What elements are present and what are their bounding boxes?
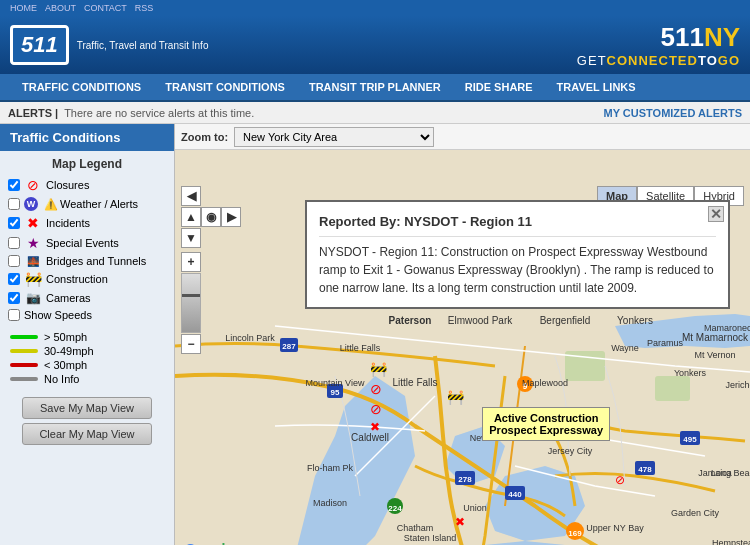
svg-text:Little Falls: Little Falls (392, 377, 437, 388)
legend-closures: ⊘ Closures (0, 175, 174, 195)
speed-row-slow: < 30mph (10, 359, 164, 371)
svg-text:Madison: Madison (313, 498, 347, 508)
bridges-checkbox[interactable] (8, 255, 20, 267)
home-link[interactable]: HOME (10, 3, 37, 13)
legend-construction: 🚧 Construction (0, 269, 174, 289)
svg-text:Wayne: Wayne (611, 343, 639, 353)
pan-up-btn[interactable]: ▲ (181, 207, 201, 227)
logo-area: 511 Traffic, Travel and Transit Info (10, 25, 208, 65)
svg-text:Long Beach: Long Beach (711, 468, 750, 478)
nav-ride-share[interactable]: RIDE SHARE (453, 81, 545, 93)
legend-show-speeds: Show Speeds (0, 307, 174, 323)
svg-text:🚧: 🚧 (370, 361, 388, 378)
brand-511: 511NY (577, 22, 740, 53)
weather-label: Weather / Alerts (60, 198, 138, 210)
svg-text:Chatham: Chatham (397, 523, 434, 533)
incidents-label: Incidents (46, 217, 90, 229)
alerts-label: ALERTS | (8, 107, 58, 119)
svg-text:Mt Vernon: Mt Vernon (694, 350, 735, 360)
svg-text:⊘: ⊘ (615, 473, 625, 487)
svg-text:Hempstead: Hempstead (712, 538, 750, 545)
zoom-out-btn[interactable]: − (181, 334, 201, 354)
svg-text:278: 278 (458, 475, 472, 484)
alerts-bar: ALERTS | There are no service alerts at … (0, 102, 750, 124)
weather-checkbox[interactable] (8, 198, 20, 210)
zoom-label: Zoom to: (181, 131, 228, 143)
svg-text:287: 287 (282, 342, 296, 351)
speed-legend: > 50mph 30-49mph < 30mph No Info (0, 323, 174, 393)
svg-text:⊘: ⊘ (370, 401, 382, 417)
svg-text:Mt Mamarnock: Mt Mamarnock (682, 332, 749, 343)
zoom-select[interactable]: New York City Area Long Island Hudson Va… (234, 127, 434, 147)
svg-text:440: 440 (508, 490, 522, 499)
brand-to-text: TO (698, 53, 718, 68)
contact-link[interactable]: CONTACT (84, 3, 127, 13)
map-area[interactable]: Zoom to: New York City Area Long Island … (175, 124, 750, 545)
svg-text:Mountain View: Mountain View (306, 378, 365, 388)
legend-cameras: 📷 Cameras (0, 289, 174, 307)
brand-511-text: 511 (660, 22, 703, 52)
incident-icon: ✖ (24, 215, 42, 231)
show-speeds-label: Show Speeds (24, 309, 92, 321)
speed-noinfo-label: No Info (44, 373, 79, 385)
show-speeds-checkbox[interactable] (8, 309, 20, 321)
closure-icon: ⊘ (24, 177, 42, 193)
svg-text:Elmwood Park: Elmwood Park (448, 315, 513, 326)
main-content: Traffic Conditions Map Legend ⊘ Closures… (0, 124, 750, 545)
svg-text:169: 169 (568, 529, 582, 538)
my-alerts-link[interactable]: MY CUSTOMIZED ALERTS (603, 107, 742, 119)
map-background: 287 95 78 440 278 478 495 (175, 150, 750, 545)
svg-text:⊘: ⊘ (370, 381, 382, 397)
weather-alert-icon: ⚠️ (44, 198, 58, 211)
about-link[interactable]: ABOUT (45, 3, 76, 13)
svg-text:95: 95 (331, 388, 340, 397)
speed-slow-label: < 30mph (44, 359, 87, 371)
pan-down-btn[interactable]: ▼ (181, 228, 201, 248)
construction-checkbox[interactable] (8, 273, 20, 285)
construction-label: Construction (46, 273, 108, 285)
svg-text:Paramus: Paramus (647, 338, 684, 348)
legend-special: ★ Special Events (0, 233, 174, 253)
sidebar-title: Traffic Conditions (0, 124, 174, 151)
recenter-btn[interactable]: ◉ (201, 207, 221, 227)
special-checkbox[interactable] (8, 237, 20, 249)
map-controls: ◀ ▲ ◉ ▶ ▼ + − (181, 186, 241, 355)
closures-checkbox[interactable] (8, 179, 20, 191)
clear-map-button[interactable]: Clear My Map View (22, 423, 152, 445)
save-map-button[interactable]: Save My Map View (22, 397, 152, 419)
svg-text:Jericho: Jericho (725, 380, 750, 390)
speed-line-yellow (10, 349, 38, 353)
pan-right-btn[interactable]: ▶ (221, 207, 241, 227)
nav-traffic-conditions[interactable]: TRAFFIC CONDITIONS (10, 81, 153, 93)
zoom-in-btn[interactable]: + (181, 252, 201, 272)
logo: 511 (10, 25, 69, 65)
map-legend-title: Map Legend (0, 151, 174, 175)
nav-transit-conditions[interactable]: TRANSIT CONDITIONS (153, 81, 297, 93)
brand-go-text: GO (718, 53, 740, 68)
info-popup-title: Reported By: NYSDOT - Region 11 (319, 212, 716, 237)
nav-trip-planner[interactable]: TRANSIT TRIP PLANNER (297, 81, 453, 93)
nav-travel-links[interactable]: TRAVEL LINKS (545, 81, 648, 93)
top-mini-nav: HOME ABOUT CONTACT RSS (0, 0, 750, 16)
svg-text:Upper NY Bay: Upper NY Bay (586, 523, 644, 533)
pan-left-btn[interactable]: ◀ (181, 186, 201, 206)
brand-get-text: GET (577, 53, 607, 68)
svg-text:Garden City: Garden City (671, 508, 720, 518)
rss-link[interactable]: RSS (135, 3, 154, 13)
incidents-checkbox[interactable] (8, 217, 20, 229)
svg-text:Maplewood: Maplewood (522, 378, 568, 388)
legend-incidents: ✖ Incidents (0, 213, 174, 233)
active-construction-label: Active Construction Prospect Expressway (482, 407, 610, 441)
svg-text:495: 495 (683, 435, 697, 444)
cameras-label: Cameras (46, 292, 91, 304)
speed-row-noinfo: No Info (10, 373, 164, 385)
svg-text:Little Falls: Little Falls (340, 343, 381, 353)
speed-fast-label: > 50mph (44, 331, 87, 343)
weather-icon: W (24, 197, 38, 211)
header: 511 Traffic, Travel and Transit Info 511… (0, 16, 750, 74)
cameras-checkbox[interactable] (8, 292, 20, 304)
construction-icon: 🚧 (24, 271, 42, 287)
main-nav: TRAFFIC CONDITIONS TRANSIT CONDITIONS TR… (0, 74, 750, 102)
info-popup-close-button[interactable]: ✕ (708, 206, 724, 222)
speed-row-fast: > 50mph (10, 331, 164, 343)
